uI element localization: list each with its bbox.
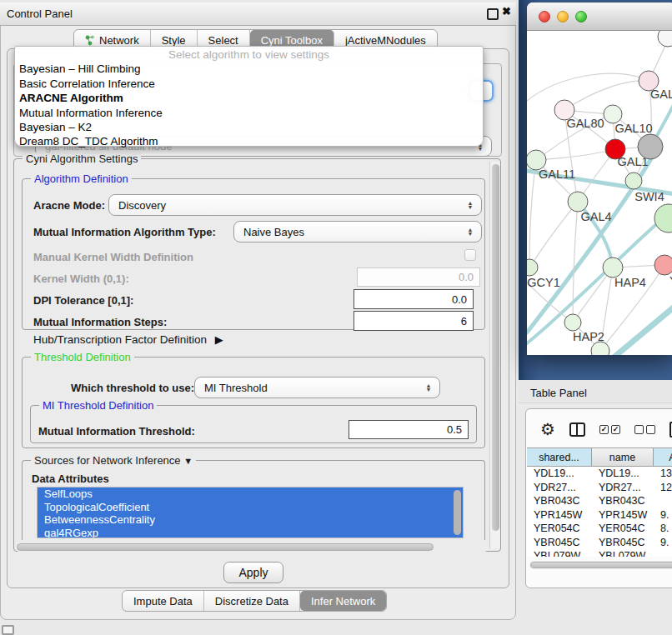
table-row[interactable]: YBR045CYBR045C9. xyxy=(527,536,672,550)
apply-button[interactable]: Apply xyxy=(223,562,283,583)
mi-threshold-definition-title: MI Threshold Definition xyxy=(39,399,157,412)
window-zoom-button[interactable] xyxy=(575,11,587,22)
network-node-swi4[interactable] xyxy=(625,172,642,189)
dpi-tolerance-label: DPI Tolerance [0,1]: xyxy=(33,294,133,307)
dpi-tolerance-field[interactable]: 0.0 xyxy=(354,289,474,309)
gear-icon[interactable]: ⚙ xyxy=(540,421,555,438)
attribute-item-topologicalcoefficient[interactable]: TopologicalCoefficient xyxy=(38,501,463,514)
attribute-item-gal4rgexp[interactable]: gal4RGexp xyxy=(38,527,463,539)
table-row[interactable]: YER054CYER054C8. xyxy=(527,522,672,536)
tab-label: Discretize Data xyxy=(215,595,288,608)
node-label: GAL11 xyxy=(539,168,575,181)
scrollbar-thumb[interactable] xyxy=(17,543,434,551)
window-minimize-button[interactable] xyxy=(557,11,569,22)
node-label: HAP4 xyxy=(614,276,646,289)
close-icon[interactable]: ✖ xyxy=(502,5,511,18)
table-panel-titlebar: Table Panel xyxy=(519,380,672,403)
network-node-hap4[interactable] xyxy=(603,258,623,278)
network-edge[interactable] xyxy=(529,202,578,268)
attribute-item-betweennesscentrality[interactable]: BetweennessCentrality xyxy=(38,513,463,527)
window-close-button[interactable] xyxy=(539,11,550,22)
select-all-columns-icon[interactable]: ✓ ✓ xyxy=(599,425,620,434)
minimized-panel-icon[interactable] xyxy=(2,625,14,635)
checked-checkbox-icon: ✓ xyxy=(599,425,609,434)
network-node-gal10[interactable] xyxy=(604,105,622,123)
network-node[interactable] xyxy=(638,134,663,159)
manual-kernel-width-checkbox[interactable] xyxy=(464,249,476,261)
table-cell: 9. xyxy=(654,509,672,521)
list-scrollbar-thumb[interactable] xyxy=(454,490,461,535)
network-node[interactable] xyxy=(654,204,672,232)
mi-steps-label: Mutual Information Steps: xyxy=(33,316,167,328)
tab-impute-data[interactable]: Impute Data xyxy=(123,591,204,611)
collapse-down-icon[interactable]: ▼ xyxy=(183,456,193,466)
columns-icon[interactable] xyxy=(569,422,585,437)
mi-algorithm-type-label: Mutual Information Algorithm Type: xyxy=(33,226,216,238)
network-canvas[interactable]: GALGAL80GAL10GAL1GAL11SWI4GAL4GCY1HAP4YH… xyxy=(527,31,672,355)
network-node-hap2[interactable] xyxy=(564,314,581,331)
which-threshold-combobox[interactable]: MI Threshold ▲▼ xyxy=(194,377,440,398)
table-row[interactable]: YDL19...YDL19...13 xyxy=(527,467,672,481)
network-view-window: GALGAL80GAL10GAL1GAL11SWI4GAL4GCY1HAP4YH… xyxy=(527,2,672,355)
table-row[interactable]: YPR145WYPR145W9. xyxy=(527,508,672,522)
hub-definition-expander[interactable]: Hub/Transcription Factor Definition ▶ xyxy=(33,333,223,346)
algorithm-option-dream8-dc-tdc-algorithm[interactable]: Dream8 DC_TDC Algorithm xyxy=(15,134,483,148)
float-window-icon[interactable] xyxy=(487,8,499,20)
algorithm-option-aracne-algorithm[interactable]: ARACNE Algorithm xyxy=(15,91,483,105)
aracne-mode-label: Aracne Mode: xyxy=(33,199,105,212)
table-cell: YPR145W xyxy=(527,509,592,521)
network-edge[interactable] xyxy=(564,81,649,110)
network-edge[interactable] xyxy=(529,160,536,268)
control-panel-title: Control Panel xyxy=(7,8,73,20)
tab-label: Impute Data xyxy=(133,595,193,608)
kernel-width-label: Kernel Width (0,1): xyxy=(33,272,129,285)
attribute-item-selfloops[interactable]: SelfLoops xyxy=(38,488,463,501)
table-cell: 8. xyxy=(654,522,672,534)
scrollbar-thumb[interactable] xyxy=(530,562,672,568)
algorithm-option-mutual-information-inference[interactable]: Mutual Information Inference xyxy=(15,106,483,120)
network-node-y[interactable] xyxy=(654,255,672,275)
table-cell: YBR045C xyxy=(592,537,654,548)
algorithm-option-bayesian-k2[interactable]: Bayesian – K2 xyxy=(15,120,483,134)
algorithm-option-bayesian-hill-climbing[interactable]: Bayesian – Hill Climbing xyxy=(15,62,483,76)
table-toolbar: ⚙ ✓ ✓ xyxy=(526,414,672,444)
popup-placeholder: Select algorithm to view settings xyxy=(15,48,483,62)
table-cell: YDR27... xyxy=(527,482,592,493)
data-attributes-list[interactable]: SelfLoopsTopologicalCoefficientBetweenne… xyxy=(37,487,464,538)
algorithm-dropdown-popup: Select algorithm to view settings Bayesi… xyxy=(14,46,484,147)
tab-label: Network xyxy=(99,34,139,47)
deselect-all-columns-icon[interactable] xyxy=(634,425,655,434)
table-row[interactable]: YBR043CYBR043C xyxy=(527,494,672,508)
kernel-width-field[interactable]: 0.0 xyxy=(357,268,480,287)
network-edge[interactable] xyxy=(614,306,672,355)
table-row[interactable]: YBL079WYBL079W xyxy=(527,549,672,557)
table-cell: YBL079W xyxy=(592,550,654,557)
threshold-definition-title: Threshold Definition xyxy=(31,351,134,363)
algorithm-option-basic-correlation-inference[interactable]: Basic Correlation Inference xyxy=(15,77,483,91)
mi-algorithm-type-combobox[interactable]: Naive Bayes ▲▼ xyxy=(233,221,482,242)
table-horizontal-scrollbar[interactable] xyxy=(529,561,672,569)
network-node-gcy1[interactable] xyxy=(527,259,538,276)
tab-discretize-data[interactable]: Discretize Data xyxy=(204,591,300,611)
mi-algorithm-type-value: Naive Bayes xyxy=(243,226,463,238)
settings-horizontal-scrollbar[interactable] xyxy=(15,542,489,552)
tab-label: Style xyxy=(162,34,186,47)
column-header-shared[interactable]: shared... xyxy=(527,448,592,467)
network-edge[interactable] xyxy=(573,202,578,322)
table-cell: YBL079W xyxy=(527,550,592,557)
settings-vertical-scrollbar[interactable] xyxy=(489,162,500,548)
mi-steps-field[interactable]: 6 xyxy=(354,311,474,331)
column-header-a[interactable]: A xyxy=(654,448,672,467)
table-cell: 13 xyxy=(654,468,672,479)
node-label: SWI4 xyxy=(634,190,664,203)
scrollbar-thumb[interactable] xyxy=(492,164,499,531)
column-header-name[interactable]: name xyxy=(592,448,654,467)
mi-threshold-field[interactable]: 0.5 xyxy=(349,420,469,439)
network-node[interactable] xyxy=(658,31,672,47)
aracne-mode-combobox[interactable]: Discovery ▲▼ xyxy=(108,194,482,216)
network-node-gal4[interactable] xyxy=(568,192,588,212)
algorithm-definition-title: Algorithm Definition xyxy=(31,172,132,185)
tab-infer-network[interactable]: Infer Network xyxy=(300,591,386,611)
table-row[interactable]: YDR27...YDR27...12 xyxy=(527,481,672,495)
table-cell: YDR27... xyxy=(592,482,654,493)
